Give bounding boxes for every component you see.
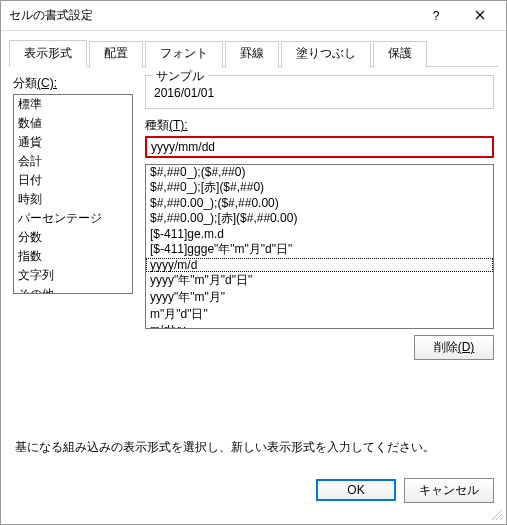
hint-text: 基になる組み込みの表示形式を選択し、新しい表示形式を入力してください。 xyxy=(15,439,492,456)
list-item[interactable]: 標準 xyxy=(14,95,132,114)
ok-button[interactable]: OK xyxy=(316,479,396,501)
list-item[interactable]: yyyy/m/d xyxy=(146,258,493,272)
list-item[interactable]: 指数 xyxy=(14,247,132,266)
list-item[interactable]: 会計 xyxy=(14,152,132,171)
list-item[interactable]: 文字列 xyxy=(14,266,132,285)
tab-number-format[interactable]: 表示形式 xyxy=(9,40,87,67)
list-item[interactable]: 日付 xyxy=(14,171,132,190)
delete-button[interactable]: 削除(D) xyxy=(414,335,494,360)
list-item[interactable]: 時刻 xyxy=(14,190,132,209)
close-icon xyxy=(475,9,485,23)
list-item[interactable]: m"月"d"日" xyxy=(146,306,493,323)
question-icon: ? xyxy=(433,9,440,23)
resize-grip-icon[interactable] xyxy=(490,508,504,522)
cancel-button[interactable]: キャンセル xyxy=(404,478,494,503)
dialog-footer: OK キャンセル xyxy=(1,464,506,524)
tab-panel: 分類(C): 標準 数値 通貨 会計 日付 時刻 パーセンテージ 分数 指数 文… xyxy=(9,66,498,464)
list-item[interactable]: 分数 xyxy=(14,228,132,247)
tab-border[interactable]: 罫線 xyxy=(225,41,279,68)
close-button[interactable] xyxy=(458,2,502,30)
sample-group: サンプル 2016/01/01 xyxy=(145,75,494,109)
list-item[interactable]: [$-411]ge.m.d xyxy=(146,227,493,241)
type-listbox[interactable]: $#,##0_);($#,##0) $#,##0_);[赤]($#,##0) $… xyxy=(145,164,494,329)
help-button[interactable]: ? xyxy=(414,2,458,30)
sample-legend: サンプル xyxy=(152,68,208,85)
list-item[interactable]: その他 xyxy=(14,285,132,294)
list-item[interactable]: 数値 xyxy=(14,114,132,133)
list-item[interactable]: m/d/yy xyxy=(146,323,493,329)
tab-fill[interactable]: 塗りつぶし xyxy=(281,41,371,68)
type-input[interactable] xyxy=(145,136,494,158)
list-item[interactable]: パーセンテージ xyxy=(14,209,132,228)
list-item[interactable]: 通貨 xyxy=(14,133,132,152)
type-label: 種類(T): xyxy=(145,117,494,134)
list-item[interactable]: yyyy"年"m"月" xyxy=(146,289,493,306)
list-item[interactable]: yyyy"年"m"月"d"日" xyxy=(146,272,493,289)
list-item[interactable]: $#,##0_);[赤]($#,##0) xyxy=(146,179,493,196)
tab-strip: 表示形式 配置 フォント 罫線 塗りつぶし 保護 xyxy=(1,35,506,66)
title-bar: セルの書式設定 ? xyxy=(1,1,506,31)
tab-alignment[interactable]: 配置 xyxy=(89,41,143,68)
list-item[interactable]: $#,##0.00_);($#,##0.00) xyxy=(146,196,493,210)
list-item[interactable]: [$-411]ggge"年"m"月"d"日" xyxy=(146,241,493,258)
list-item[interactable]: $#,##0_);($#,##0) xyxy=(146,165,493,179)
tab-font[interactable]: フォント xyxy=(145,41,223,68)
category-label: 分類(C): xyxy=(13,75,133,92)
tab-protection[interactable]: 保護 xyxy=(373,41,427,68)
window-title: セルの書式設定 xyxy=(5,7,414,24)
category-listbox[interactable]: 標準 数値 通貨 会計 日付 時刻 パーセンテージ 分数 指数 文字列 その他 … xyxy=(13,94,133,294)
list-item[interactable]: $#,##0.00_);[赤]($#,##0.00) xyxy=(146,210,493,227)
